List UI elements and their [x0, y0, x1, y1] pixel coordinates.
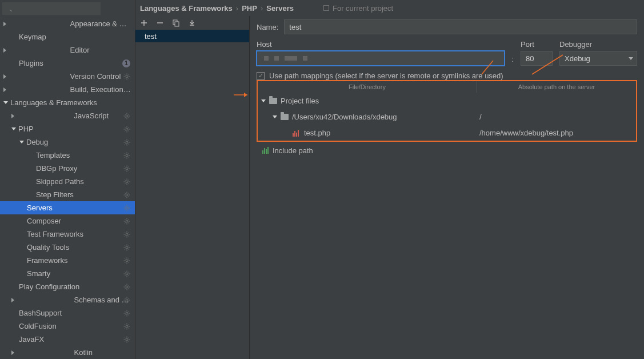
sidebar-item-label: PHP: [18, 125, 131, 133]
mapping-row[interactable]: Project files: [258, 93, 636, 109]
sidebar-item-javafx[interactable]: JavaFX: [0, 333, 135, 346]
arrow-down-icon[interactable]: [11, 127, 16, 130]
arrow-right-icon[interactable]: [11, 298, 72, 302]
svg-line-42: [128, 157, 129, 157]
mapping-row[interactable]: test.php/home/www/xdebug/test.php: [258, 125, 636, 141]
host-input[interactable]: [257, 51, 505, 66]
checkbox-icon[interactable]: ✓: [257, 72, 265, 80]
sidebar-item-dbgp-proxy[interactable]: DBGp Proxy: [0, 162, 135, 175]
host-row: Host : Port: [257, 40, 637, 66]
svg-line-149: [125, 311, 125, 312]
sidebar-item-label: Appearance & Behavior: [70, 19, 132, 28]
sidebar-item-keymap[interactable]: Keymap: [0, 30, 135, 43]
arrow-down-icon[interactable]: [19, 141, 24, 143]
svg-line-23: [125, 127, 125, 127]
arrow-down-icon[interactable]: [273, 115, 277, 118]
arrow-down-icon[interactable]: [261, 99, 266, 102]
svg-line-141: [128, 301, 129, 302]
arrow-right-icon[interactable]: [3, 22, 68, 26]
server-name-input[interactable]: [284, 19, 637, 34]
include-path-row[interactable]: Include path: [250, 142, 644, 158]
svg-line-25: [125, 130, 125, 131]
server-list-item[interactable]: test: [135, 30, 249, 42]
arrow-right-icon[interactable]: [3, 74, 68, 79]
add-icon[interactable]: [140, 19, 148, 27]
sidebar-item-editor[interactable]: Editor: [0, 43, 135, 57]
svg-line-159: [128, 328, 129, 328]
svg-line-52: [125, 170, 125, 170]
gear-icon: [123, 165, 130, 172]
breadcrumb: Languages & Frameworks › PHP › Servers F…: [135, 0, 644, 16]
sidebar-item-templates[interactable]: Templates: [0, 149, 135, 162]
sidebar-item-label: Smarty: [27, 269, 131, 278]
svg-line-89: [128, 219, 129, 220]
arrow-down-icon[interactable]: [3, 101, 8, 104]
svg-line-59: [125, 180, 125, 180]
svg-point-63: [126, 194, 128, 196]
svg-point-54: [126, 181, 128, 183]
mapping-remote-path[interactable]: /home/www/xdebug/test.php: [477, 129, 636, 137]
mapping-remote-path[interactable]: /: [477, 113, 636, 121]
sidebar-item-schemas-and-dtds[interactable]: Schemas and DTDs: [0, 293, 135, 306]
sidebar-item-frameworks[interactable]: Frameworks: [0, 254, 135, 267]
svg-line-134: [128, 285, 129, 285]
sidebar-search-row: [0, 0, 135, 17]
copy-icon[interactable]: [172, 19, 180, 27]
folder-icon: [281, 114, 289, 120]
debugger-select[interactable]: Xdebug: [559, 51, 637, 66]
arrow-right-icon[interactable]: [3, 87, 68, 92]
svg-line-161: [128, 324, 129, 325]
sidebar-item-php[interactable]: PHP: [0, 122, 135, 135]
sidebar-item-bashsupport[interactable]: BashSupport: [0, 306, 135, 320]
sidebar-item-languages-frameworks[interactable]: Languages & Frameworks: [0, 96, 135, 109]
sidebar-item-plugins[interactable]: Plugins1: [0, 57, 135, 70]
gear-icon: [123, 152, 130, 159]
gear-icon: [123, 336, 130, 343]
sidebar-item-version-control[interactable]: Version Control: [0, 70, 135, 83]
arrow-right-icon[interactable]: [11, 350, 72, 355]
breadcrumb-php[interactable]: PHP: [242, 4, 257, 13]
svg-line-97: [125, 236, 125, 236]
remove-icon[interactable]: [156, 19, 164, 27]
chevron-down-icon: [629, 57, 633, 60]
svg-line-115: [125, 262, 125, 262]
svg-line-62: [128, 180, 129, 180]
sidebar-item-debug[interactable]: Debug: [0, 135, 135, 149]
svg-line-123: [128, 275, 129, 276]
settings-tree[interactable]: Appearance & BehaviorKeymapEditorPlugins…: [0, 17, 135, 359]
server-list[interactable]: test: [135, 30, 249, 359]
sidebar-item-kotlin[interactable]: Kotlin: [0, 346, 135, 359]
arrow-right-icon[interactable]: [11, 114, 72, 118]
arrow-right-icon[interactable]: [3, 48, 68, 53]
sidebar-item-step-filters[interactable]: Step Filters: [0, 188, 135, 201]
svg-line-143: [128, 298, 129, 298]
sidebar-item-label: JavaFX: [19, 335, 131, 344]
search-input[interactable]: [2, 2, 101, 15]
name-label: Name:: [257, 23, 278, 31]
sidebar-item-build-execution-deployment[interactable]: Build, Execution, Deployment: [0, 83, 135, 96]
breadcrumb-servers: Servers: [266, 4, 294, 13]
svg-line-69: [128, 196, 129, 197]
settings-sidebar: Appearance & BehaviorKeymapEditorPlugins…: [0, 0, 135, 359]
sidebar-item-coldfusion[interactable]: ColdFusion: [0, 320, 135, 333]
breadcrumb-root[interactable]: Languages & Frameworks: [140, 4, 233, 13]
import-icon[interactable]: [188, 19, 196, 27]
sidebar-item-smarty[interactable]: Smarty: [0, 267, 135, 280]
sidebar-item-skipped-paths[interactable]: Skipped Paths: [0, 175, 135, 188]
sidebar-item-appearance-behavior[interactable]: Appearance & Behavior: [0, 17, 135, 30]
sidebar-item-servers[interactable]: Servers: [0, 201, 135, 214]
sidebar-item-javascript[interactable]: JavaScript: [0, 109, 135, 122]
sidebar-item-composer[interactable]: Composer: [0, 214, 135, 228]
sidebar-item-test-frameworks[interactable]: Test Frameworks: [0, 228, 135, 241]
col-absolute-path[interactable]: Absolute path on the server: [477, 81, 636, 93]
svg-line-26: [128, 127, 129, 127]
gear-icon: [123, 257, 130, 264]
sidebar-item-play-configuration[interactable]: Play Configuration: [0, 280, 135, 293]
use-path-mappings-row[interactable]: ✓ Use path mappings (select if the serve…: [257, 71, 637, 80]
sidebar-item-quality-tools[interactable]: Quality Tools: [0, 241, 135, 254]
mapping-row[interactable]: /Users/xu42/Downloads/xdebug/: [258, 109, 636, 125]
port-input[interactable]: [521, 51, 553, 66]
col-file-directory[interactable]: File/Directory: [258, 81, 477, 93]
include-path-label: Include path: [273, 146, 313, 155]
svg-point-36: [126, 154, 128, 157]
